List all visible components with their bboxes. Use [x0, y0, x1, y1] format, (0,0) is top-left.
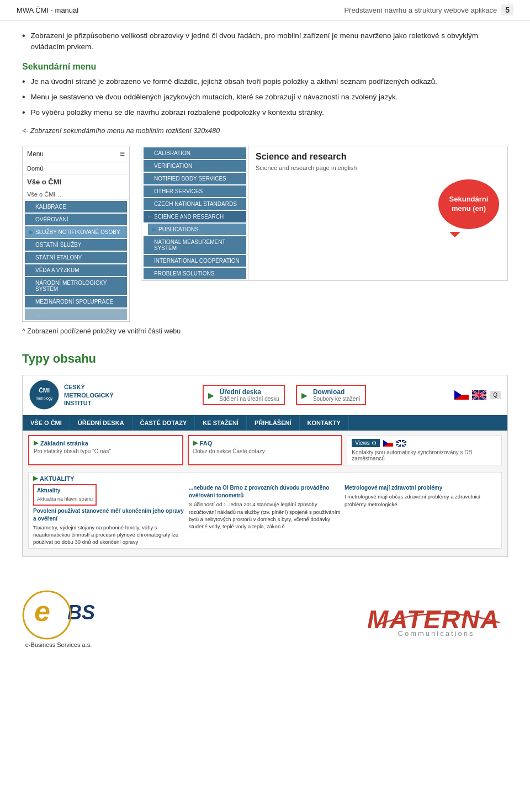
svg-text:metrology: metrology [36, 396, 53, 401]
desktop-menu-other[interactable]: OTHER SERVICES [144, 185, 246, 197]
ws-aktuality-grid: Aktuality Aktualita na hlavní stranu Pov… [33, 484, 497, 545]
ebs-tagline: e-Business Services a.s. [22, 641, 95, 648]
desktop-menu-international[interactable]: INTERNATIONAL COOPERATION [144, 255, 246, 267]
ws-nav-prihlaseni[interactable]: PŘIHLÁŠENÍ [247, 415, 300, 431]
materna-logo: MATERNA Communications [364, 601, 508, 638]
arrow-icon [148, 259, 152, 263]
ws-nav-kontakty[interactable]: KONTAKTY [300, 415, 349, 431]
ebs-logo-container: e BS e-Business Services a.s. [22, 590, 95, 648]
arrow-icon [29, 268, 33, 273]
mobile-menu-label: Menu [27, 150, 44, 158]
desktop-mockup: CALIBRATION VERIFICATION NOTIFIED BODY S… [141, 146, 508, 281]
desktop-content-title: Science and research [256, 152, 498, 162]
ws-logo-text: ČESKÝ METROLOGICKÝ INSTITUT [64, 383, 114, 407]
ws-header: ČMI metrology ČESKÝ METROLOGICKÝ INSTITU… [23, 375, 507, 415]
header-right-title: Představení návrhu a struktury webové ap… [344, 6, 497, 14]
ws-nav-caste[interactable]: ČASTÉ DOTAZY [132, 415, 195, 431]
bullet-dot-3: • [22, 108, 25, 118]
ws-nav-urednik[interactable]: ÚŘEDNÍ DESKA [70, 415, 132, 431]
secondary-bullet-text-3: Po výběru položky menu se dle návrhu zob… [31, 107, 324, 118]
bullet-dot: • [22, 31, 25, 41]
ws-card-views-header: Views ⚙ [352, 439, 497, 447]
aktuality-highlight-sub: Aktualita na hlavní stranu [37, 496, 93, 503]
ws-logo: ČMI metrology ČESKÝ METROLOGICKÝ INSTITU… [29, 380, 114, 410]
mobile-menu-item-label: … [35, 311, 41, 317]
arrow-icon [29, 300, 33, 304]
hamburger-icon: ≡ [120, 149, 125, 159]
main-content: • Zobrazení je přizpůsobeno velikosti ob… [0, 30, 530, 557]
mobile-menu-item-label: KALIBRACE [35, 204, 66, 210]
svg-text:e: e [34, 595, 50, 627]
mobile-menu-ostatni[interactable]: OSTATNÍ SLUŽBY [25, 239, 127, 251]
intro-bullets: • Zobrazení je přizpůsobeno velikosti ob… [22, 30, 508, 53]
mobile-menu-kalibrace[interactable]: KALIBRACE [25, 201, 127, 213]
aktuality-item-0-text: Taxametry, výdejní stojany na pohonné hm… [33, 524, 186, 546]
ws-card-views-sub: Kontakty jsou automaticky synchronizován… [352, 449, 497, 461]
desktop-menu-publications[interactable]: PUBLICATIONS [148, 224, 246, 235]
aktuality-highlight-title: Aktuality [37, 487, 93, 495]
ws-urednik-title: Úřední deska [220, 388, 279, 396]
materna-swoosh-svg: MATERNA [364, 601, 508, 634]
mobile-nav-item-home[interactable]: Domů [23, 162, 129, 175]
arrow-icon [148, 243, 152, 247]
desktop-menu-notified[interactable]: NOTIFIED BODY SERVICES [144, 173, 246, 184]
mobile-menu-overovani[interactable]: OVĚŘOVÁNÍ [25, 214, 127, 225]
ws-urednik-sub: Sdělení na úřední desku [220, 396, 279, 402]
aktuality-highlight-box: Aktuality Aktualita na hlavní stranu [33, 484, 97, 506]
arrow-icon [148, 272, 152, 276]
mobile-menu-statni[interactable]: STÁTNÍ ETALONY [25, 252, 127, 263]
desktop-menu-science[interactable]: SCIENCE AND RESEARCH [144, 211, 246, 222]
ws-card-views-box: Views ⚙ [347, 435, 502, 465]
ws-download-arrow: ▶ [301, 391, 308, 400]
mobile-menu-mezinarodni[interactable]: MEZINÁRODNÍ SPOLUPRÁCE [25, 296, 127, 307]
ws-top-link-download: ▶ Download Soubory ke stažení [301, 388, 361, 402]
small-uk-flag [396, 440, 406, 447]
mobile-menu-item-label: OVĚŘOVÁNÍ [35, 216, 68, 222]
mobile-menu-item-label: NÁRODNÍ METROLOGICKÝ SYSTÉM [35, 280, 123, 292]
footer-logos: e BS e-Business Services a.s. MATERNA Co… [0, 568, 530, 659]
aktuality-item-2-text: I metrologové mají občas zdravotní probl… [344, 493, 497, 508]
mobile-menu-reseni[interactable]: … [25, 309, 127, 320]
ws-card-zakladni-sub: Pro statický obsah typu "O nás" [34, 448, 178, 454]
mobile-menu-item-label: VĚDA A VÝZKUM [35, 267, 79, 273]
ws-card-arrow: ▶ [193, 439, 198, 447]
arrow-icon [29, 256, 33, 260]
ws-nav-ke-stazeni[interactable]: KE STAŽENÍ [195, 415, 247, 431]
arrow-icon [148, 189, 152, 194]
arrow-icon [29, 243, 33, 247]
arrow-icon [148, 202, 152, 206]
secondary-bullet-1: • Je na úvodní straně je zobrazeno ve fo… [22, 76, 508, 87]
desktop-content-sub: Science and research page in english [256, 164, 498, 171]
page-number: 5 [501, 4, 513, 15]
mobile-nav-sub: Vše o ČMI … [23, 189, 129, 200]
ws-download-title: Download [313, 388, 361, 396]
desktop-menu-calibration[interactable]: CALIBRATION [144, 147, 246, 159]
desktop-menu-problem[interactable]: PROBLEM SOLUTIONS [144, 268, 246, 279]
aktuality-item-2-title: Metrologové mají zdravotní problémy [344, 484, 497, 492]
desktop-menu-verification[interactable]: VERIFICATION [144, 160, 246, 172]
ws-download-sub: Soubory ke stažení [313, 396, 361, 402]
views-badge: Views ⚙ [352, 439, 380, 447]
ws-search-button[interactable]: Q [490, 391, 501, 399]
mobile-menu-narodni[interactable]: NÁRODNÍ METROLOGICKÝ SYSTÉM [25, 277, 127, 295]
small-czech-flag [383, 440, 393, 447]
arrow-icon [29, 217, 33, 222]
desktop-menu-czech[interactable]: CZECH NATIONAL STANDARDS [144, 198, 246, 210]
aktuality-arrow: ▶ [33, 475, 38, 482]
mobile-nav-heading: Vše o ČMI [23, 175, 129, 189]
materna-sub: Communications [398, 629, 475, 638]
materna-logo-inner: MATERNA Communications [364, 601, 508, 638]
ws-nav-vse[interactable]: VŠE O ČMI [23, 415, 70, 431]
speech-bubble: Sekundární menu (en) [438, 179, 499, 229]
mobile-mockup: Menu ≡ Domů Vše o ČMI Vše o ČMI … KALIBR… [22, 146, 130, 322]
mobile-menu-sluzby[interactable]: SLUŽBY NOTIFIKOVANÉ OSOBY [25, 226, 127, 238]
ws-content-grid: ▶ Základní stránka Pro statický obsah ty… [23, 431, 507, 470]
mobile-menu-veda[interactable]: VĚDA A VÝZKUM [25, 264, 127, 276]
svg-text:ČMI: ČMI [39, 387, 50, 394]
secondary-menu-section: Sekundární menu • Je na úvodní straně je… [22, 62, 508, 119]
ws-card-zakladni-label: ▶ Základní stránka [34, 439, 178, 447]
bullet-dot-2: • [22, 92, 25, 102]
secondary-bullet-3: • Po výběru položky menu se dle návrhu z… [22, 107, 508, 118]
desktop-menu-national[interactable]: NATIONAL MEASUREMENT SYSTEM [144, 236, 246, 254]
ws-top-link-urednik-box: ▶ Úřední deska Sdělení na úřední desku [203, 385, 285, 405]
